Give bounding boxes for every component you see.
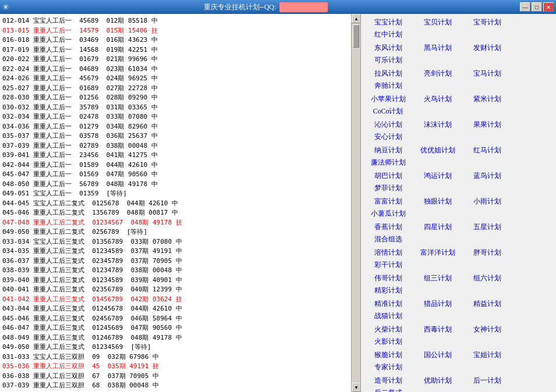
plan-link[interactable]: 沫沫计划 <box>413 119 462 131</box>
list-item: 049-050 重重人工后三复式 01234569 [等待] <box>2 343 349 352</box>
scroll-down-button[interactable]: ▼ <box>352 383 361 392</box>
list-item: 034-035 重重人工后三复式 01234589 037期 49191 中 <box>2 247 349 256</box>
plan-link[interactable]: 彩干计划 <box>363 259 413 271</box>
list-item: 044-045 宝宝人工后二复式 0125678 044期 42610 中 <box>2 199 349 209</box>
plan-link[interactable]: 安心计划 <box>363 131 413 143</box>
list-item: 022-024 重重人工后一 04689 023期 61034 中 <box>2 65 349 74</box>
scroll-up-button[interactable]: ▲ <box>352 14 361 23</box>
plan-link[interactable]: 宝宝计划 <box>363 16 413 28</box>
list-item: 012-014 宝宝人工后一 45689 012期 85518 中 <box>2 16 349 26</box>
list-item: 042-044 重重人工后一 01589 044期 42610 中 <box>2 161 349 170</box>
plan-link[interactable]: 宝马计划 <box>462 67 512 80</box>
plan-link[interactable]: 组六计划 <box>462 272 512 284</box>
list-item: 039-041 重重人工后一 23456 041期 41275 中 <box>2 151 349 161</box>
minimize-button[interactable]: — <box>520 2 530 12</box>
plan-link[interactable]: 组三计划 <box>413 272 462 284</box>
plan-link[interactable]: 香蕉计划 <box>363 221 413 233</box>
list-item: 045-047 重重人工后一 01569 047期 90560 中 <box>2 170 349 180</box>
list-item: 036-037 重重人工后三复式 02345789 037期 70905 中 <box>2 256 349 266</box>
title-bar-text: 重庆专业挂机计划--QQ: <box>12 2 520 12</box>
grid-row: 东风计划黑马计划发财计划可乐计划 <box>363 42 554 66</box>
scrollbar-thumb[interactable] <box>353 24 359 48</box>
plan-link[interactable]: 廉法师计划 <box>363 156 413 169</box>
plan-link[interactable]: 胖哥计划 <box>462 247 512 259</box>
plan-link[interactable]: 精益计划 <box>462 298 512 310</box>
left-panel: 012-014 宝宝人工后一 45689 012期 85518 中013-015… <box>0 14 361 392</box>
plan-link[interactable]: 优助计划 <box>413 375 462 387</box>
plan-link[interactable]: 蓝鸟计划 <box>462 170 512 182</box>
plan-link[interactable]: 梦菲计划 <box>363 182 413 194</box>
plan-link[interactable]: 宝姐计划 <box>462 349 512 361</box>
list-item: 028-030 重重人工后一 01256 028期 09290 中 <box>2 93 349 103</box>
close-button[interactable]: ✕ <box>543 2 554 12</box>
plan-link[interactable]: 女神计划 <box>462 323 512 336</box>
list-item: 041-042 重重人工后三复式 01456789 042期 03624 挂 <box>2 295 349 305</box>
plan-link[interactable]: 拉风计划 <box>363 67 413 80</box>
plan-link[interactable]: 鸿运计划 <box>413 170 462 182</box>
plan-link[interactable]: 精彩计划 <box>363 284 413 297</box>
plan-link[interactable]: 猎品计划 <box>413 298 462 310</box>
plan-link[interactable]: 猴脆计划 <box>363 349 413 361</box>
plan-link[interactable]: 小苹果计划 <box>363 93 413 105</box>
plan-link[interactable]: 果果计划 <box>462 119 512 131</box>
plan-link[interactable]: 精准计划 <box>363 298 413 310</box>
plan-link[interactable]: 五星计划 <box>462 221 512 233</box>
list-item: 038-039 重重人工后三复式 01234789 038期 00048 中 <box>2 266 349 276</box>
plan-link[interactable]: 红马计划 <box>462 144 512 156</box>
plan-link[interactable]: 战猫计划 <box>363 310 413 322</box>
grid-row: 火柴计划西毒计划女神计划火影计划 <box>363 323 554 348</box>
plan-link[interactable]: 独眼计划 <box>413 195 462 208</box>
plan-link[interactable]: 黑马计划 <box>413 42 462 54</box>
plan-link[interactable]: 西毒计划 <box>413 323 462 336</box>
plan-link[interactable]: 沁沁计划 <box>363 119 413 131</box>
plan-link[interactable]: 四星计划 <box>413 221 462 233</box>
plan-link[interactable]: 小薯瓜计划 <box>363 208 413 220</box>
plan-link[interactable]: 发财计划 <box>462 42 512 54</box>
grid-row: 香蕉计划四星计划五星计划混合组选 <box>363 221 554 245</box>
right-panel: 宝宝计划宝贝计划宝哥计划红中计划东风计划黑马计划发财计划可乐计划拉风计划亮剑计划… <box>361 14 556 392</box>
plan-link[interactable]: 富洋洋计划 <box>413 247 462 259</box>
plan-link[interactable]: 宝哥计划 <box>462 16 512 28</box>
plan-link[interactable]: 优优姐计划 <box>413 144 462 156</box>
plan-link[interactable]: 后二复式 <box>363 387 413 392</box>
plan-link[interactable]: 紫米计划 <box>462 93 512 105</box>
plan-link[interactable]: 溶情计划 <box>363 247 413 259</box>
maximize-button[interactable]: □ <box>532 2 542 12</box>
list-item: 036-038 重重人工后三双胆 67 037期 70905 中 <box>2 372 349 382</box>
plan-link[interactable]: 伟哥计划 <box>363 272 413 284</box>
qq-box <box>279 2 328 12</box>
grid-row: 溶情计划富洋洋计划胖哥计划彩干计划 <box>363 247 554 271</box>
plan-link[interactable]: 火柴计划 <box>363 323 413 336</box>
list-item: 034-036 重重人工后一 01279 034期 82960 中 <box>2 122 349 132</box>
plan-link[interactable]: 小雨计划 <box>462 195 512 208</box>
list-item: 033-034 宝宝人工后三复式 01356789 033期 07080 中 <box>2 237 349 247</box>
plan-link[interactable]: 混合组选 <box>363 233 413 245</box>
list-item: 048-050 重重人工后一 56789 048期 49178 中 <box>2 180 349 190</box>
grid-row: 伟哥计划组三计划组六计划精彩计划 <box>363 272 554 297</box>
scroll-content[interactable]: 012-014 宝宝人工后一 45689 012期 85518 中013-015… <box>0 14 351 392</box>
plan-link[interactable]: 可乐计划 <box>363 54 413 66</box>
list-item: 039-040 重重人工后三复式 01234589 039期 40901 中 <box>2 276 349 286</box>
list-item: 049-050 重重人工后二复式 0256789 [等待] <box>2 227 349 237</box>
plan-link[interactable]: 奔驰计划 <box>363 80 413 92</box>
grid-row: 富富计划独眼计划小雨计划小薯瓜计划 <box>363 195 554 220</box>
plan-link[interactable]: 后一计划 <box>462 375 512 387</box>
plan-link[interactable]: 国公计划 <box>413 349 462 361</box>
plan-link[interactable]: 专家计划 <box>363 361 413 373</box>
grid-row: 沁沁计划沫沫计划果果计划安心计划 <box>363 119 554 143</box>
plan-link[interactable]: 胡巴计划 <box>363 170 413 182</box>
grid-row: 猴脆计划国公计划宝姐计划专家计划 <box>363 349 554 373</box>
grid-row: 精准计划猎品计划精益计划战猫计划 <box>363 298 554 322</box>
plan-link[interactable]: 宝贝计划 <box>413 16 462 28</box>
plan-link[interactable]: 火影计划 <box>363 336 413 348</box>
plan-link[interactable]: 亮剑计划 <box>413 67 462 80</box>
plan-link[interactable]: 东风计划 <box>363 42 413 54</box>
list-item: 031-033 宝宝人工后三双胆 09 032期 67986 中 <box>2 352 349 362</box>
plan-link[interactable]: 纳豆计划 <box>363 144 413 156</box>
plan-link[interactable]: 造哥计划 <box>363 375 413 387</box>
grid-row: 胡巴计划鸿运计划蓝鸟计划梦菲计划 <box>363 170 554 194</box>
plan-link[interactable]: 红中计划 <box>363 28 413 41</box>
plan-link[interactable]: 火鸟计划 <box>413 93 462 105</box>
plan-link[interactable]: CoCo计划 <box>363 105 413 117</box>
plan-link[interactable]: 富富计划 <box>363 195 413 208</box>
